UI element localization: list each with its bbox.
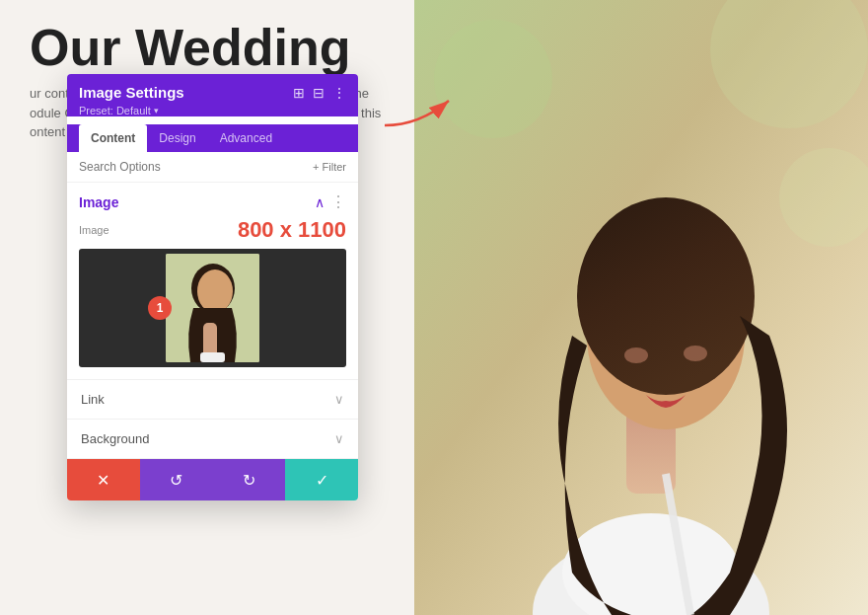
section-more-icon[interactable]: ⋮ [330, 192, 346, 211]
arrow-icon [380, 91, 459, 130]
section-title: Image [79, 194, 118, 210]
filter-button[interactable]: + Filter [313, 161, 346, 173]
arrow-indicator [380, 91, 459, 130]
link-label: Link [81, 392, 105, 407]
link-collapsible[interactable]: Link ∨ [67, 379, 358, 419]
redo-button[interactable]: ↻ [213, 459, 286, 500]
panel-tabs: Content Design Advanced [67, 124, 358, 152]
save-button[interactable]: ✓ [285, 459, 358, 500]
portrait-image [414, 0, 868, 615]
tab-content[interactable]: Content [79, 124, 147, 152]
badge-number: 1 [148, 296, 172, 320]
section-header-right: ∧ ⋮ [315, 192, 346, 211]
portrait-area [414, 0, 868, 615]
background-chevron-icon: ∨ [334, 431, 344, 446]
svg-point-8 [577, 197, 755, 395]
image-dimensions: 800 x 1100 [238, 217, 346, 243]
thumbnail-image [166, 254, 259, 362]
panel-header-icons: ⊞ ⊟ ⋮ [293, 86, 346, 100]
more-options-icon[interactable]: ⋮ [332, 86, 346, 100]
image-label: Image [79, 224, 109, 236]
panel-header: Image Settings ⊞ ⊟ ⋮ Preset: Default ▾ [67, 74, 358, 116]
svg-point-15 [197, 269, 233, 313]
image-preview-inner: 1 [166, 254, 259, 362]
panel-title: Image Settings [79, 84, 184, 101]
tab-advanced[interactable]: Advanced [208, 124, 284, 152]
background-collapsible[interactable]: Background ∨ [67, 419, 358, 458]
panel-body: + Filter Image ∧ ⋮ Image 800 x 1100 1 [67, 152, 358, 458]
panel-footer: ✕ ↺ ↻ ✓ [67, 458, 358, 500]
cancel-button[interactable]: ✕ [67, 459, 140, 500]
settings-panel: Image Settings ⊞ ⊟ ⋮ Preset: Default ▾ C… [67, 74, 358, 500]
collapse-icon[interactable]: ⊟ [313, 86, 325, 100]
expand-icon[interactable]: ⊞ [293, 86, 305, 100]
image-section-header: Image ∧ ⋮ [67, 183, 358, 217]
svg-point-9 [624, 347, 648, 363]
panel-preset[interactable]: Preset: Default ▾ [79, 105, 346, 116]
panel-header-top: Image Settings ⊞ ⊟ ⋮ [79, 84, 346, 101]
preset-caret-icon: ▾ [154, 106, 159, 115]
undo-button[interactable]: ↺ [140, 459, 213, 500]
tab-design[interactable]: Design [147, 124, 207, 152]
svg-rect-17 [200, 352, 225, 362]
search-bar: + Filter [67, 152, 358, 183]
link-chevron-icon: ∨ [334, 392, 344, 407]
image-label-row: Image 800 x 1100 [67, 217, 358, 249]
section-collapse-icon[interactable]: ∧ [315, 194, 325, 210]
svg-point-10 [684, 346, 707, 361]
image-preview-area[interactable]: 1 [79, 249, 346, 367]
preview-thumbnail [166, 254, 259, 362]
background-label: Background [81, 431, 149, 446]
search-input[interactable] [79, 160, 313, 174]
